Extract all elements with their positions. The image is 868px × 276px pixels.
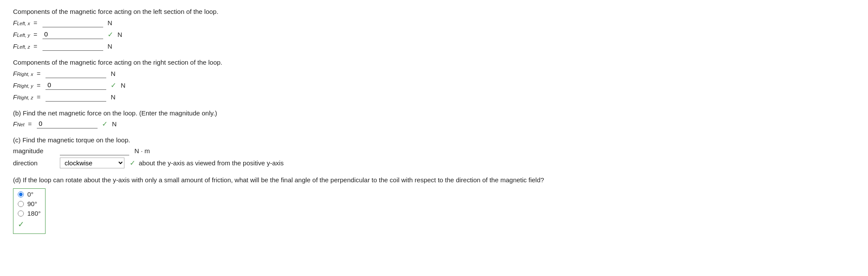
left-x-row: FLeft, x = N: [13, 18, 855, 27]
left-x-unit: N: [108, 19, 112, 26]
right-x-label: FRight, x =: [13, 70, 43, 77]
torque-direction-check: ✓: [130, 159, 135, 167]
radio-row-180deg: 180°: [18, 210, 41, 217]
right-y-check: ✓: [111, 81, 116, 89]
part-b-section: (b) Find the net magnetic force on the l…: [13, 109, 855, 128]
left-z-row: FLeft, z = N: [13, 41, 855, 51]
right-section-title: Components of the magnetic force acting …: [13, 59, 855, 66]
radio-row-0deg: 0°: [18, 191, 41, 198]
torque-magnitude-unit: N · m: [134, 147, 150, 154]
radio-0deg[interactable]: [18, 191, 24, 197]
right-y-row: FRight, y = ✓ N: [13, 80, 855, 90]
part-b-unit: N: [112, 120, 117, 128]
radio-180deg-label: 180°: [27, 210, 41, 217]
right-section: Components of the magnetic force acting …: [13, 59, 855, 102]
left-y-unit: N: [117, 31, 122, 38]
left-z-input[interactable]: [42, 41, 103, 51]
torque-direction-row: direction clockwise counterclockwise ✓ a…: [13, 158, 855, 168]
right-z-unit: N: [111, 93, 115, 101]
left-z-label: FLeft, z =: [13, 43, 40, 50]
part-b-input[interactable]: [37, 119, 98, 128]
radio-0deg-label: 0°: [27, 191, 33, 198]
part-b-title: (b) Find the net magnetic force on the l…: [13, 109, 855, 117]
part-d-title: (d) If the loop can rotate about the y-a…: [13, 176, 855, 184]
part-b-check: ✓: [102, 120, 108, 128]
right-x-unit: N: [111, 70, 115, 77]
radio-90deg[interactable]: [18, 201, 24, 207]
right-z-input[interactable]: [46, 92, 106, 102]
part-b-label: FNet =: [13, 120, 34, 128]
part-c-section: (c) Find the magnetic torque on the loop…: [13, 136, 855, 168]
right-x-row: FRight, x = N: [13, 69, 855, 78]
left-section: Components of the magnetic force acting …: [13, 8, 855, 51]
right-z-label: FRight, z =: [13, 93, 43, 101]
torque-magnitude-input[interactable]: [60, 146, 129, 155]
part-d-submit-row: ✓: [18, 220, 41, 229]
left-y-check: ✓: [108, 30, 113, 39]
right-y-unit: N: [121, 82, 125, 89]
part-d-section: (d) If the loop can rotate about the y-a…: [13, 176, 855, 234]
right-z-row: FRight, z = N: [13, 92, 855, 102]
left-y-label: FLeft, y =: [13, 31, 40, 38]
torque-direction-suffix: about the y-axis as viewed from the posi…: [139, 159, 284, 167]
part-d-radio-box: 0° 90° 180° ✓: [13, 188, 46, 234]
torque-magnitude-row: magnitude N · m: [13, 146, 855, 155]
part-d-submit-check[interactable]: ✓: [18, 220, 24, 229]
right-x-input[interactable]: [46, 69, 106, 78]
torque-magnitude-label: magnitude: [13, 147, 56, 154]
torque-direction-label: direction: [13, 159, 56, 167]
left-section-title: Components of the magnetic force acting …: [13, 8, 855, 15]
left-x-label: FLeft, x =: [13, 19, 40, 26]
right-y-label: FRight, y =: [13, 82, 43, 89]
left-x-input[interactable]: [42, 18, 103, 27]
radio-90deg-label: 90°: [27, 200, 37, 207]
part-b-row: FNet = ✓ N: [13, 119, 855, 128]
left-y-row: FLeft, y = ✓ N: [13, 30, 855, 39]
left-z-unit: N: [108, 43, 112, 50]
part-c-title: (c) Find the magnetic torque on the loop…: [13, 136, 855, 144]
radio-row-90deg: 90°: [18, 200, 41, 207]
right-y-input[interactable]: [46, 80, 106, 90]
left-y-input[interactable]: [42, 30, 103, 39]
radio-180deg[interactable]: [18, 210, 24, 217]
torque-direction-select[interactable]: clockwise counterclockwise: [60, 158, 124, 168]
